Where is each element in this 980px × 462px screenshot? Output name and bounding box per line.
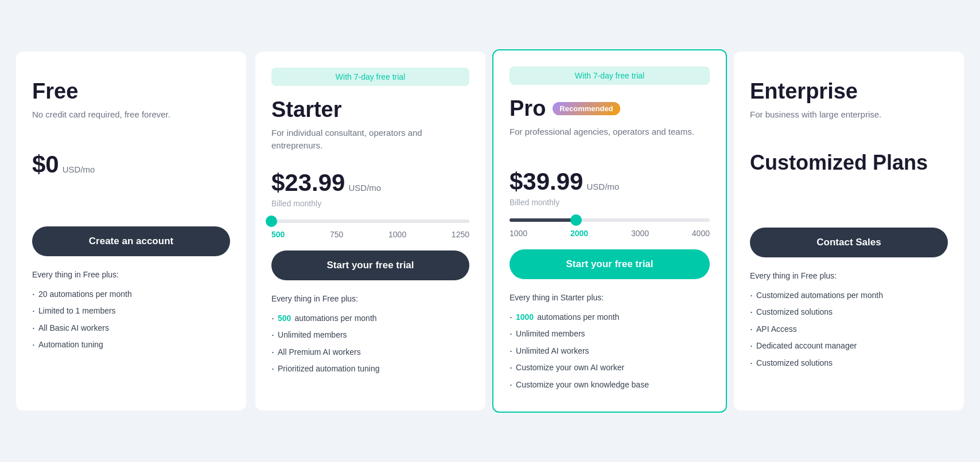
slider-fill-pro: [510, 218, 576, 222]
plan-name-free: Free: [32, 79, 230, 104]
cta-button-pro[interactable]: Start your free trial: [510, 249, 710, 279]
features-intro-pro: Every thing in Starter plus:: [510, 293, 710, 302]
feature-item-pro-2: Unlimited AI workers: [510, 343, 710, 360]
feature-item-free-3: Automation tuning: [32, 336, 230, 354]
feature-item-free-0: 20 automations per month: [32, 286, 230, 303]
slider-label-3: 1250: [452, 230, 469, 239]
feature-item-pro-4: Customize your own knowledge base: [510, 377, 710, 394]
plan-name-pro: ProRecommended: [510, 96, 710, 121]
features-list-starter: 500 automations per month Unlimited memb…: [271, 310, 469, 378]
pricing-container: FreeNo credit card required, free foreve…: [11, 47, 969, 416]
feature-item-free-1: Limited to 1 members: [32, 303, 230, 320]
feature-item-pro-0: 1000 automations per month: [510, 309, 710, 326]
customized-plans-title: Customized Plans: [750, 151, 948, 175]
recommended-badge: Recommended: [553, 102, 620, 115]
price-amount-pro: $39.99: [510, 168, 583, 195]
plan-name-enterprise: Enterprise: [750, 79, 948, 104]
plan-desc-starter: For individual consultant, operators and…: [271, 127, 469, 155]
slider-pro[interactable]: 1000200030004000: [510, 218, 710, 238]
price-unit-pro: USD/mo: [586, 182, 619, 191]
plan-desc-enterprise: For business with large enterprise.: [750, 108, 948, 137]
trial-badge-pro: With 7-day free trial: [510, 66, 710, 85]
feature-item-starter-1: Unlimited members: [271, 327, 469, 344]
price-amount-starter: $23.99: [271, 169, 345, 197]
feature-highlight-starter-0: 500: [278, 312, 291, 324]
feature-item-free-2: All Basic AI workers: [32, 320, 230, 337]
slider-label-0: 1000: [510, 229, 527, 238]
features-list-enterprise: Customized automations per monthCustomiz…: [750, 287, 948, 372]
plan-card-pro: With 7-day free trial ProRecommendedFor …: [492, 49, 727, 413]
price-row-starter: $23.99 USD/mo: [271, 169, 469, 197]
feature-item-starter-3: Prioritized automation tuning: [271, 361, 469, 378]
slider-track-pro: [510, 218, 710, 222]
trial-badge-starter: With 7-day free trial: [271, 68, 469, 86]
feature-item-enterprise-0: Customized automations per month: [750, 287, 948, 304]
cta-button-starter[interactable]: Start your free trial: [271, 250, 469, 280]
slider-label-0: 500: [271, 230, 285, 239]
features-intro-enterprise: Every thing in Free plus:: [750, 271, 948, 280]
price-amount-free: $0: [32, 151, 59, 178]
feature-item-starter-0: 500 automations per month: [271, 310, 469, 327]
feature-item-enterprise-2: API Access: [750, 321, 948, 338]
plan-desc-free: No credit card required, free forever.: [32, 108, 230, 137]
price-unit-free: USD/mo: [63, 165, 95, 174]
slider-starter[interactable]: 50075010001250: [271, 220, 469, 239]
feature-item-pro-1: Unlimited members: [510, 326, 710, 343]
features-intro-free: Every thing in Free plus:: [32, 270, 230, 279]
price-unit-starter: USD/mo: [348, 183, 381, 193]
billed-text-pro: Billed monthly: [510, 198, 710, 207]
slider-label-3: 4000: [692, 229, 710, 238]
billed-text-starter: Billed monthly: [271, 199, 469, 208]
plan-card-free: FreeNo credit card required, free foreve…: [16, 52, 246, 411]
slider-thumb-pro[interactable]: [570, 214, 582, 226]
cta-button-enterprise[interactable]: Contact Sales: [750, 228, 948, 257]
plan-name-starter: Starter: [271, 97, 469, 122]
feature-item-enterprise-4: Customized solutions: [750, 355, 948, 372]
slider-labels-pro: 1000200030004000: [510, 229, 710, 238]
feature-item-enterprise-1: Customized solutions: [750, 304, 948, 321]
feature-item-starter-2: All Premium AI workers: [271, 344, 469, 361]
plan-card-starter: With 7-day free trial StarterFor individ…: [255, 52, 485, 411]
features-list-pro: 1000 automations per month Unlimited mem…: [510, 309, 710, 394]
price-row-pro: $39.99 USD/mo: [510, 168, 710, 195]
slider-label-2: 3000: [631, 229, 649, 238]
plan-desc-pro: For professional agencies, operators and…: [510, 126, 710, 154]
feature-item-enterprise-3: Dedicated account manager: [750, 338, 948, 355]
feature-item-pro-3: Customize your own AI worker: [510, 359, 710, 377]
slider-labels-starter: 50075010001250: [271, 230, 469, 239]
plan-card-enterprise: EnterpriseFor business with large enterp…: [734, 52, 964, 411]
slider-label-1: 2000: [570, 229, 588, 238]
slider-label-1: 750: [330, 230, 343, 239]
slider-label-2: 1000: [388, 230, 406, 239]
price-row-free: $0 USD/mo: [32, 151, 230, 178]
features-list-free: 20 automations per monthLimited to 1 mem…: [32, 286, 230, 354]
features-intro-starter: Every thing in Free plus:: [271, 294, 469, 303]
slider-thumb-starter[interactable]: [266, 216, 277, 227]
feature-highlight-pro-0: 1000: [516, 311, 534, 323]
cta-button-free[interactable]: Create an account: [32, 226, 230, 256]
slider-track-starter: [271, 220, 469, 223]
